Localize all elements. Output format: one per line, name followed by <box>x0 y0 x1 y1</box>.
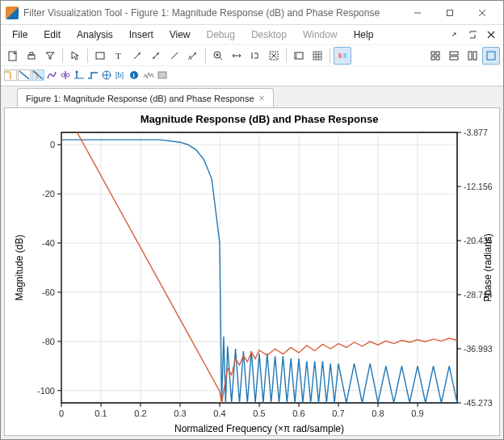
svg-rect-32 <box>338 53 342 58</box>
tile-h-button[interactable] <box>445 47 463 65</box>
svg-rect-41 <box>473 52 477 60</box>
svg-text:-60: -60 <box>42 287 55 297</box>
legend-button[interactable] <box>290 47 308 65</box>
magnitude-button[interactable] <box>4 69 17 83</box>
figure-tab[interactable]: Figure 1: Magnitude Response (dB) and Ph… <box>17 88 274 107</box>
svg-text:A: A <box>188 55 192 61</box>
rectangle-button[interactable] <box>91 47 109 65</box>
svg-text:-100: -100 <box>37 386 55 396</box>
mag-phase-button[interactable] <box>32 69 44 83</box>
titlebar: Filter Visualization Tool - Figure 1: Ma… <box>1 1 503 25</box>
svg-rect-42 <box>487 52 495 60</box>
line-button[interactable] <box>166 47 183 65</box>
svg-rect-8 <box>30 52 33 55</box>
tab-close-icon[interactable]: × <box>259 93 265 104</box>
svg-text:Phase (radians): Phase (radians) <box>482 233 494 302</box>
menu-desktop[interactable]: Desktop <box>245 27 293 42</box>
main-toolbar: T A <box>1 44 503 65</box>
close-button[interactable] <box>466 2 498 24</box>
text-arrow-button[interactable]: A <box>184 47 202 65</box>
noise-power-button[interactable] <box>156 69 169 83</box>
phase-button[interactable] <box>18 69 31 83</box>
menu-insert[interactable]: Insert <box>123 27 160 42</box>
svg-text:0.7: 0.7 <box>332 409 344 418</box>
tab-strip: Figure 1: Magnitude Response (dB) and Ph… <box>1 86 503 107</box>
svg-text:-12.156: -12.156 <box>464 182 493 191</box>
double-arrow-button[interactable] <box>147 47 165 65</box>
content-area: Figure 1: Magnitude Response (dB) and Ph… <box>1 86 503 439</box>
svg-text:i: i <box>133 72 135 79</box>
grid-button[interactable] <box>309 47 326 65</box>
svg-rect-39 <box>450 57 458 60</box>
application-window: Filter Visualization Tool - Figure 1: Ma… <box>0 0 504 440</box>
window-title: Filter Visualization Tool - Figure 1: Ma… <box>23 7 401 19</box>
maximize-button[interactable] <box>434 2 466 24</box>
svg-rect-27 <box>313 52 321 60</box>
svg-rect-1 <box>447 10 453 15</box>
svg-text:0.2: 0.2 <box>134 409 146 418</box>
svg-text:0: 0 <box>59 409 64 418</box>
menubar: File Edit Analysis Insert View Debug Des… <box>1 25 503 44</box>
svg-point-53 <box>76 70 78 73</box>
svg-rect-34 <box>431 52 435 55</box>
highlight-button[interactable] <box>334 47 351 65</box>
svg-line-13 <box>171 52 178 59</box>
svg-rect-40 <box>468 52 472 60</box>
svg-text:0.8: 0.8 <box>372 409 384 418</box>
arrow-button[interactable] <box>128 47 146 65</box>
svg-text:0.4: 0.4 <box>213 409 225 418</box>
zoom-x-button[interactable] <box>228 47 246 65</box>
zoom-y-button[interactable] <box>246 47 264 65</box>
polezero-button[interactable] <box>100 69 113 83</box>
menu-debug[interactable]: Debug <box>200 27 242 42</box>
tile-v-button[interactable] <box>464 47 481 65</box>
svg-rect-33 <box>343 53 346 58</box>
info-button[interactable]: i <box>128 69 141 83</box>
plot-area[interactable]: 00.10.20.30.40.50.60.70.80.9-100-80-60-4… <box>4 107 500 436</box>
menu-edit[interactable]: Edit <box>37 27 67 42</box>
svg-point-50 <box>66 73 69 77</box>
app-icon <box>6 6 19 19</box>
tile-button[interactable] <box>426 47 444 65</box>
dock-icon[interactable] <box>448 27 463 42</box>
noise-psd-button[interactable] <box>142 69 155 83</box>
tab-label: Figure 1: Magnitude Response (dB) and Ph… <box>26 94 254 103</box>
svg-text:-20: -20 <box>42 189 55 199</box>
new-figure-button[interactable] <box>4 47 22 65</box>
step-button[interactable] <box>86 69 99 83</box>
svg-rect-60 <box>158 72 166 78</box>
impulse-button[interactable] <box>73 69 86 83</box>
svg-rect-7 <box>28 55 35 59</box>
menu-help[interactable]: Help <box>347 27 380 42</box>
svg-text:-36.993: -36.993 <box>464 344 493 354</box>
svg-rect-36 <box>431 57 435 60</box>
svg-text:0: 0 <box>50 140 55 149</box>
svg-text:0.6: 0.6 <box>292 409 304 418</box>
svg-text:0.3: 0.3 <box>174 409 186 418</box>
pointer-button[interactable] <box>66 47 84 65</box>
close-dock-icon[interactable] <box>484 27 498 42</box>
svg-text:T: T <box>116 51 121 61</box>
svg-rect-37 <box>436 57 439 60</box>
coeffs-button[interactable]: [b] <box>114 69 127 83</box>
phase-delay-button[interactable] <box>59 69 72 83</box>
svg-rect-38 <box>450 52 458 55</box>
svg-rect-35 <box>436 52 439 55</box>
minimize-button[interactable] <box>401 2 434 24</box>
menu-view[interactable]: View <box>163 27 197 42</box>
menu-analysis[interactable]: Analysis <box>70 27 120 42</box>
svg-rect-9 <box>96 52 104 59</box>
text-button[interactable]: T <box>110 47 128 65</box>
print-button[interactable] <box>23 47 40 65</box>
menu-window[interactable]: Window <box>296 27 344 42</box>
restore-view-button[interactable] <box>265 47 283 65</box>
zoom-in-button[interactable] <box>209 47 227 65</box>
menu-file[interactable]: File <box>6 27 34 42</box>
full-filter-button[interactable] <box>41 47 59 65</box>
single-button[interactable] <box>482 47 500 65</box>
svg-text:0.1: 0.1 <box>94 409 107 418</box>
undock-icon[interactable] <box>466 27 481 42</box>
svg-text:[b]: [b] <box>116 71 124 79</box>
svg-line-17 <box>220 57 222 60</box>
group-delay-button[interactable] <box>45 69 58 83</box>
